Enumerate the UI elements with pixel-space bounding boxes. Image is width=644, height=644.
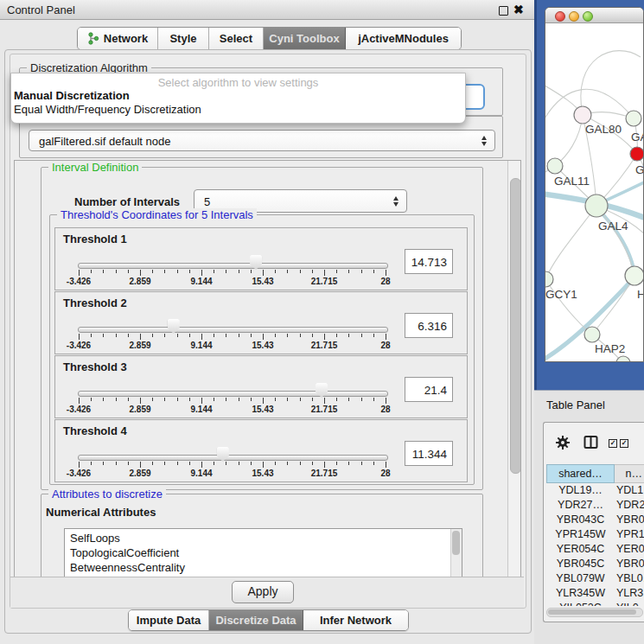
threshold-value-field[interactable]: 21.4 <box>405 377 453 402</box>
tab-select[interactable]: Select <box>209 28 264 49</box>
cell-name: YDL1… <box>615 483 644 498</box>
threshold-panel-3: Threshold 3-3.4262.8599.14415.4321.71528… <box>54 355 468 418</box>
table-row[interactable]: YER054CYER0… <box>546 542 644 557</box>
threshold-value-field[interactable]: 6.316 <box>405 313 453 338</box>
attribute-item[interactable]: TopologicalCoefficient <box>70 545 462 560</box>
slider-tick <box>128 462 129 465</box>
close-icon[interactable]: ✖ <box>513 3 524 16</box>
checkbox-icon[interactable]: ✓ <box>609 439 617 448</box>
gear-icon[interactable] <box>556 436 570 450</box>
settings-scrollbar[interactable] <box>507 161 520 577</box>
slider-tick <box>91 334 92 337</box>
float-window-icon[interactable] <box>499 6 508 16</box>
cell-shared-name: YPR145W <box>546 527 615 542</box>
algorithm-option[interactable]: Equal Width/Frequency Discretization <box>14 103 462 116</box>
slider-tick <box>348 398 349 401</box>
slider-tick <box>226 334 226 337</box>
tab-label: Discretize Data <box>215 614 296 627</box>
tab-impute-data[interactable]: Impute Data <box>129 610 209 630</box>
table-row[interactable]: YLR345WYLR3… <box>546 586 644 601</box>
application-window: Control Panel ✖ NetworkStyleSelectCyni T… <box>0 0 644 644</box>
slider-tick <box>189 462 190 465</box>
close-traffic-light[interactable] <box>555 11 565 22</box>
table-row[interactable]: YDL19…YDL1… <box>546 483 644 498</box>
table-row[interactable]: YBR043CYBR0… <box>546 513 644 527</box>
network-node-gal80[interactable] <box>574 106 591 124</box>
column-header-shared[interactable]: shared… <box>546 464 615 483</box>
checkbox-icon[interactable]: ✓ <box>620 439 628 448</box>
table-panel: ✓ ✓ shared… n… YDL19…YDL1…YDR27…YDR2…YBR… <box>543 422 644 622</box>
tab-discretize-data[interactable]: Discretize Data <box>209 610 303 630</box>
node-label: HAP2 <box>595 342 625 355</box>
slider-tick <box>336 398 337 401</box>
tick-label: 2.859 <box>129 405 150 414</box>
slider-tick <box>324 462 325 468</box>
table-row[interactable]: YIL052CYIL0… <box>546 601 644 606</box>
slider-tick <box>324 334 325 340</box>
table-hscrollbar[interactable] <box>546 608 643 617</box>
attribute-item[interactable]: BetweennessCentrality <box>70 560 462 575</box>
slider-track[interactable] <box>78 455 388 461</box>
algorithm-option[interactable]: Manual Discretization <box>14 89 462 102</box>
network-node-gcy1[interactable] <box>545 271 553 287</box>
network-node[interactable] <box>616 356 630 362</box>
tab-jactivemnodules[interactable]: jActiveMNodules <box>346 28 461 49</box>
tab-cyni-toolbox[interactable]: Cyni Toolbox <box>264 28 346 49</box>
slider-tick <box>300 398 301 401</box>
slider-tick <box>128 334 129 337</box>
network-window-titlebar[interactable] <box>545 8 643 23</box>
bottom-tab-bar: Impute DataDiscretize DataInfer Network <box>128 609 409 631</box>
tab-style[interactable]: Style <box>158 28 209 49</box>
scrollbar-thumb[interactable] <box>510 178 521 474</box>
tab-label: Cyni Toolbox <box>269 32 339 45</box>
slider-tick <box>201 462 202 468</box>
slider-tick <box>152 270 153 273</box>
network-canvas[interactable]: GAL80GAGGAL11GAL4GCY1HHAP2 <box>545 22 643 362</box>
slider-track[interactable] <box>78 327 388 333</box>
tab-label: jActiveMNodules <box>358 32 449 45</box>
slider-tick <box>116 270 117 273</box>
tick-label: 9.144 <box>190 277 212 286</box>
table-row[interactable]: YPR145WYPR1… <box>546 527 644 542</box>
tick-label: 21.715 <box>311 405 338 414</box>
network-node-h[interactable] <box>625 266 643 285</box>
network-node-hap2[interactable] <box>584 327 600 342</box>
slider-tick <box>91 398 92 401</box>
tab-infer-network[interactable]: Infer Network <box>303 610 408 630</box>
attribute-item[interactable]: SelfLoops <box>70 531 462 545</box>
tab-label: Style <box>169 32 196 45</box>
apply-button[interactable]: Apply <box>232 581 294 603</box>
slider-tick <box>361 398 362 401</box>
slider-tick <box>226 398 226 401</box>
network-node-g[interactable] <box>630 147 643 161</box>
slider-tick <box>336 462 337 465</box>
list-scrollbar[interactable] <box>450 529 462 578</box>
slider-tick <box>312 334 313 337</box>
node-label: G <box>635 163 643 176</box>
node-label: GCY1 <box>545 288 577 301</box>
group-title: Interval Definition <box>48 161 142 174</box>
slider-tick <box>275 398 276 401</box>
slider-tick <box>116 334 117 337</box>
table-row[interactable]: YDR27…YDR2… <box>546 498 644 513</box>
tab-network[interactable]: Network <box>78 28 158 49</box>
zoom-traffic-light[interactable] <box>583 11 593 22</box>
cell-shared-name: YBR043C <box>546 513 615 527</box>
minimize-traffic-light[interactable] <box>569 11 579 22</box>
table-row[interactable]: YBL079WYBL0… <box>546 571 644 586</box>
slider-tick <box>79 462 80 468</box>
combo-spinner-icon[interactable] <box>481 136 488 146</box>
slider-tick <box>91 270 92 273</box>
slider-track[interactable] <box>78 263 388 269</box>
table-row[interactable]: YBR045CYBR0… <box>546 557 644 571</box>
network-node-gal11[interactable] <box>547 158 563 174</box>
combo-spinner-icon[interactable] <box>393 196 399 207</box>
slider-track[interactable] <box>78 391 388 397</box>
columns-icon[interactable] <box>583 435 598 450</box>
column-header-name[interactable]: n… <box>615 464 644 483</box>
threshold-value-field[interactable]: 11.344 <box>405 441 453 466</box>
network-node-gal4[interactable] <box>585 194 608 217</box>
table-data-combo[interactable]: galFiltered.sif default node <box>29 130 495 151</box>
network-node-ga[interactable] <box>626 111 641 126</box>
threshold-value-field[interactable]: 14.713 <box>405 249 453 274</box>
